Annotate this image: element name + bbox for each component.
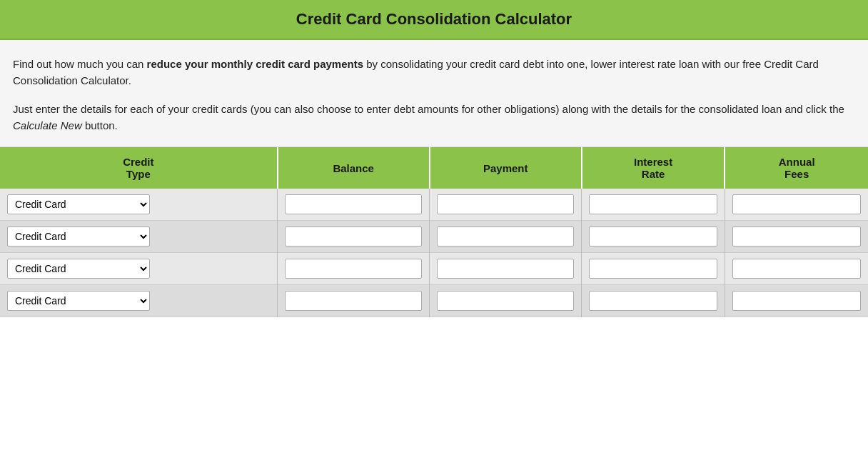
col-header-annual-fees: AnnualFees [725,147,868,189]
cell-payment-0[interactable] [430,189,582,221]
cell-credit-type-3[interactable]: Credit CardAuto LoanStudent LoanPersonal… [0,285,278,317]
cell-credit-type-1[interactable]: Credit CardAuto LoanStudent LoanPersonal… [0,221,278,253]
table-row: Credit CardAuto LoanStudent LoanPersonal… [0,253,868,285]
input-annual_fees-2[interactable] [732,259,861,279]
col-header-credit-type: CreditType [0,147,278,189]
input-interest_rate-2[interactable] [589,259,717,279]
input-balance-0[interactable] [285,194,422,214]
col-header-interest-rate: InterestRate [582,147,725,189]
cell-interest_rate-2[interactable] [582,253,725,285]
table-wrapper: CreditType Balance Payment InterestRate … [0,147,868,317]
input-payment-3[interactable] [437,291,574,311]
cell-annual_fees-3[interactable] [725,285,868,317]
input-annual_fees-0[interactable] [732,194,861,214]
cell-interest_rate-0[interactable] [582,189,725,221]
cell-credit-type-0[interactable]: Credit CardAuto LoanStudent LoanPersonal… [0,189,278,221]
cell-annual_fees-2[interactable] [725,253,868,285]
description-bold: reduce your monthly credit card payments [147,58,363,70]
input-interest_rate-3[interactable] [589,291,717,311]
col-header-payment: Payment [430,147,582,189]
input-annual_fees-1[interactable] [732,226,861,247]
select-credit-type-1[interactable]: Credit CardAuto LoanStudent LoanPersonal… [7,226,150,247]
table-row: Credit CardAuto LoanStudent LoanPersonal… [0,285,868,317]
page-title: Credit Card Consolidation Calculator [0,0,868,40]
input-payment-0[interactable] [437,194,574,214]
credit-table: CreditType Balance Payment InterestRate … [0,147,868,317]
cell-balance-3[interactable] [278,285,430,317]
cell-payment-2[interactable] [430,253,582,285]
cell-credit-type-2[interactable]: Credit CardAuto LoanStudent LoanPersonal… [0,253,278,285]
input-balance-2[interactable] [285,259,422,279]
cell-balance-0[interactable] [278,189,430,221]
col-header-balance: Balance [278,147,430,189]
cell-annual_fees-1[interactable] [725,221,868,253]
input-interest_rate-0[interactable] [589,194,717,214]
table-header-row: CreditType Balance Payment InterestRate … [0,147,868,189]
description-italic: Calculate New [13,119,82,131]
select-credit-type-2[interactable]: Credit CardAuto LoanStudent LoanPersonal… [7,259,150,279]
description-section: Find out how much you can reduce your mo… [0,40,868,147]
input-balance-3[interactable] [285,291,422,311]
input-payment-2[interactable] [437,259,574,279]
page-wrapper: Credit Card Consolidation Calculator Fin… [0,0,868,317]
cell-interest_rate-1[interactable] [582,221,725,253]
cell-balance-2[interactable] [278,253,430,285]
cell-payment-1[interactable] [430,221,582,253]
cell-annual_fees-0[interactable] [725,189,868,221]
table-row: Credit CardAuto LoanStudent LoanPersonal… [0,189,868,221]
title-text: Credit Card Consolidation Calculator [296,10,572,28]
input-interest_rate-1[interactable] [589,226,717,247]
cell-balance-1[interactable] [278,221,430,253]
cell-interest_rate-3[interactable] [582,285,725,317]
select-credit-type-3[interactable]: Credit CardAuto LoanStudent LoanPersonal… [7,291,150,311]
table-body: Credit CardAuto LoanStudent LoanPersonal… [0,189,868,317]
cell-payment-3[interactable] [430,285,582,317]
input-balance-1[interactable] [285,226,422,247]
input-annual_fees-3[interactable] [732,291,861,311]
table-row: Credit CardAuto LoanStudent LoanPersonal… [0,221,868,253]
input-payment-1[interactable] [437,226,574,247]
select-credit-type-0[interactable]: Credit CardAuto LoanStudent LoanPersonal… [7,194,150,214]
description-paragraph-2: Just enter the details for each of your … [13,101,855,134]
description-paragraph-1: Find out how much you can reduce your mo… [13,56,855,89]
